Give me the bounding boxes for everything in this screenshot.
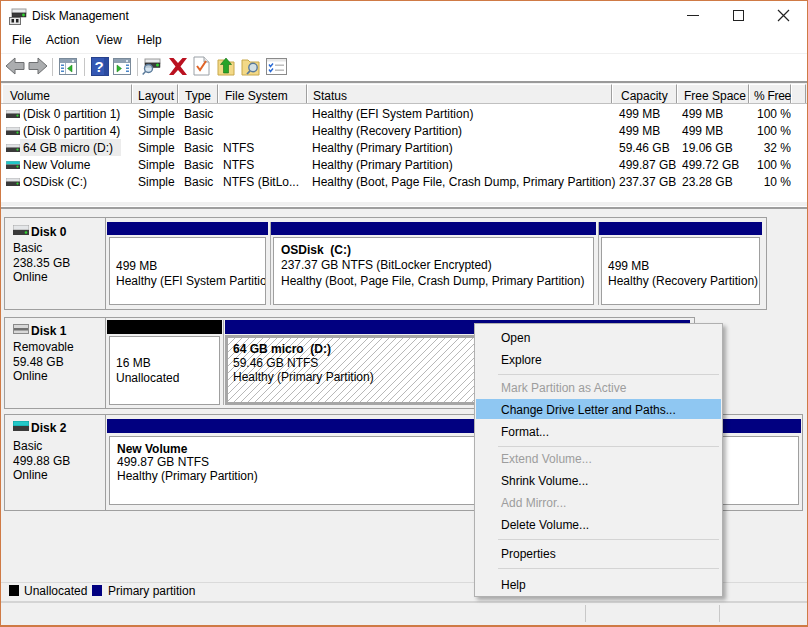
svg-text:?: ? [94,58,103,75]
